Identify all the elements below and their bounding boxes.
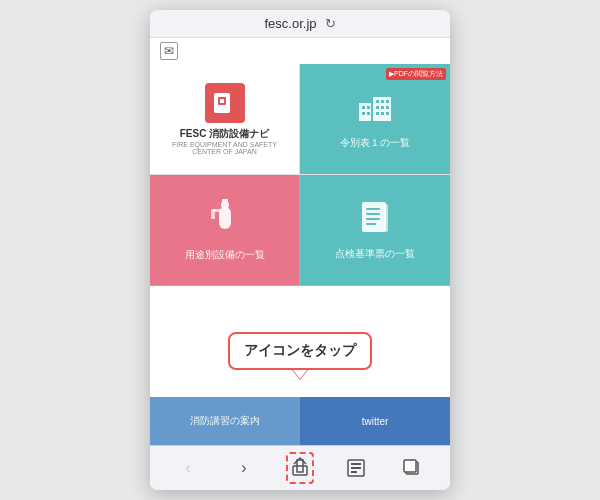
svg-rect-28 — [384, 204, 388, 232]
svg-rect-6 — [367, 106, 370, 109]
cell-twitter[interactable]: twitter — [300, 397, 450, 445]
url-text: fesc.or.jp — [264, 16, 316, 31]
address-bar: fesc.or.jp ↻ — [150, 10, 450, 38]
rekkibetsu-label: 令別表１の一覧 — [340, 136, 410, 150]
browser-nav: ‹ › — [150, 445, 450, 490]
fesc-title: FESC 消防設備ナビ — [180, 127, 269, 141]
extinguisher-icon — [209, 199, 241, 244]
svg-rect-11 — [386, 100, 389, 103]
svg-rect-12 — [376, 106, 379, 109]
back-button[interactable]: ‹ — [172, 452, 204, 484]
svg-rect-10 — [381, 100, 384, 103]
email-icon[interactable]: ✉ — [160, 42, 178, 60]
building-icon — [357, 89, 393, 132]
svg-rect-32 — [351, 463, 361, 465]
svg-rect-15 — [376, 112, 379, 115]
svg-rect-14 — [386, 106, 389, 109]
callout-container: アイコンをタップ — [228, 332, 372, 380]
svg-rect-23 — [362, 202, 386, 232]
svg-rect-16 — [381, 112, 384, 115]
share-button[interactable] — [284, 452, 316, 484]
svg-rect-8 — [367, 112, 370, 115]
fesc-logo-icon — [205, 83, 245, 123]
tabs-button[interactable] — [396, 452, 428, 484]
svg-rect-33 — [351, 467, 361, 469]
svg-rect-5 — [362, 106, 365, 109]
pdf-badge: ▶PDFの閲覧方法 — [386, 68, 446, 80]
svg-rect-30 — [293, 466, 307, 475]
twitter-label: twitter — [362, 416, 389, 427]
svg-rect-2 — [220, 99, 224, 103]
cell-rekkibetsu[interactable]: ▶PDFの閲覧方法 — [300, 64, 450, 175]
cell-yoto[interactable]: 用途別設備の一覧 — [150, 175, 300, 286]
svg-rect-27 — [366, 223, 376, 225]
svg-rect-34 — [351, 471, 357, 473]
top-bar: ✉ — [150, 38, 450, 64]
svg-rect-7 — [362, 112, 365, 115]
svg-rect-17 — [386, 112, 389, 115]
phone-frame: fesc.or.jp ↻ ✉ FESC 消防設備ナビ FIRE EQUIPMEN… — [150, 10, 450, 490]
svg-rect-9 — [376, 100, 379, 103]
checklist-icon — [358, 200, 392, 243]
reload-icon[interactable]: ↻ — [325, 16, 336, 31]
cell-tenken[interactable]: 点検基準票の一覧 — [300, 175, 450, 286]
cell-shobo[interactable]: 消防講習の案内 — [150, 397, 300, 445]
cell-fesc[interactable]: FESC 消防設備ナビ FIRE EQUIPMENT AND SAFETY CE… — [150, 64, 300, 175]
svg-rect-26 — [366, 218, 380, 220]
forward-button[interactable]: › — [228, 452, 260, 484]
fesc-subtitle: FIRE EQUIPMENT AND SAFETY CENTER OF JAPA… — [158, 141, 291, 155]
callout-box: アイコンをタップ — [228, 332, 372, 370]
svg-rect-24 — [366, 208, 380, 210]
share-highlight — [286, 452, 314, 484]
svg-rect-13 — [381, 106, 384, 109]
bookmarks-button[interactable] — [340, 452, 372, 484]
bottom-row: アイコンをタップ 消防講習の案内 twitter — [150, 397, 450, 445]
yoto-label: 用途別設備の一覧 — [185, 248, 265, 262]
tenken-label: 点検基準票の一覧 — [335, 247, 415, 261]
shobo-label: 消防講習の案内 — [190, 414, 260, 428]
svg-rect-36 — [404, 460, 416, 472]
svg-rect-22 — [211, 209, 215, 219]
svg-rect-25 — [366, 213, 380, 215]
